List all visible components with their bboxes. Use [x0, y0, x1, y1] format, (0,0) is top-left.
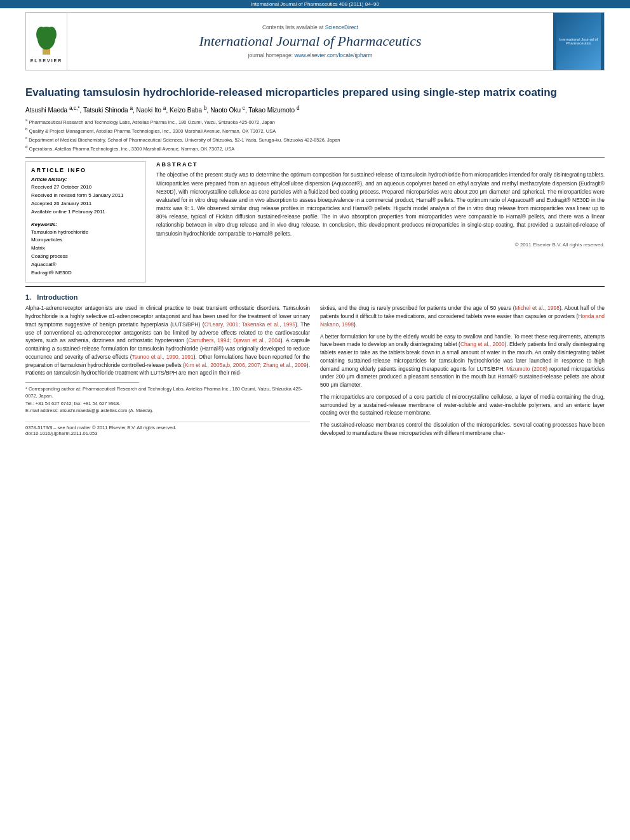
- journal-ref-bar: International Journal of Pharmaceutics 4…: [0, 0, 630, 8]
- history-items: Received 27 October 2010 Received in rev…: [31, 183, 140, 216]
- sciencedirect-link[interactable]: ScienceDirect: [325, 24, 358, 30]
- abstract-section: ABSTRACT The objective of the present st…: [156, 161, 605, 247]
- doi-section: 0378-5173/$ – see front matter © 2011 El…: [25, 422, 310, 436]
- abstract-header: ABSTRACT: [156, 161, 605, 168]
- article-title: Evaluating tamsulosin hydrochloride-rele…: [25, 86, 605, 100]
- article-info-header: ARTICLE INFO: [31, 167, 140, 173]
- sciencedirect-text: Contents lists available at ScienceDirec…: [262, 24, 358, 30]
- homepage-link[interactable]: www.elsevier.com/locate/ijpharm: [294, 52, 372, 58]
- elsevier-logo: ELSEVIER: [26, 13, 67, 70]
- section-heading-intro: 1. Introduction: [25, 293, 78, 301]
- keywords-list: Tamsulosin hydrochloride Microparticles …: [31, 229, 140, 277]
- journal-cover-image: International Journal of Pharmaceutics: [553, 13, 604, 70]
- elsevier-brand-text: ELSEVIER: [30, 58, 63, 63]
- footnotes: * Corresponding author at: Pharmaceutica…: [25, 385, 310, 414]
- history-header: Article history:: [31, 177, 140, 182]
- keywords-section: Keywords: Tamsulosin hydrochloride Micro…: [31, 222, 140, 277]
- copyright-text: © 2011 Elsevier B.V. All rights reserved…: [156, 242, 605, 248]
- footnote-divider: [25, 382, 139, 383]
- keywords-header: Keywords:: [31, 222, 140, 227]
- article-info-box: ARTICLE INFO Article history: Received 2…: [25, 161, 146, 283]
- intro-right-col: sixties, and the drug is rarely prescrib…: [320, 304, 605, 437]
- svg-point-3: [46, 27, 57, 42]
- authors: Atsushi Maeda a,c,*, Tatsuki Shinoda a, …: [25, 105, 605, 114]
- svg-point-2: [36, 27, 46, 42]
- journal-title: International Journal of Pharmaceutics: [199, 33, 421, 50]
- divider-before-body: [25, 286, 605, 287]
- journal-homepage: journal homepage: www.elsevier.com/locat…: [248, 52, 373, 58]
- abstract-text: The objective of the present study was t…: [156, 171, 605, 237]
- divider-after-affiliations: [25, 157, 605, 157]
- affiliations: a Pharmaceutical Research and Technology…: [25, 117, 605, 152]
- intro-left-col: Alpha-1-adrenoreceptor antagonists are u…: [25, 304, 310, 377]
